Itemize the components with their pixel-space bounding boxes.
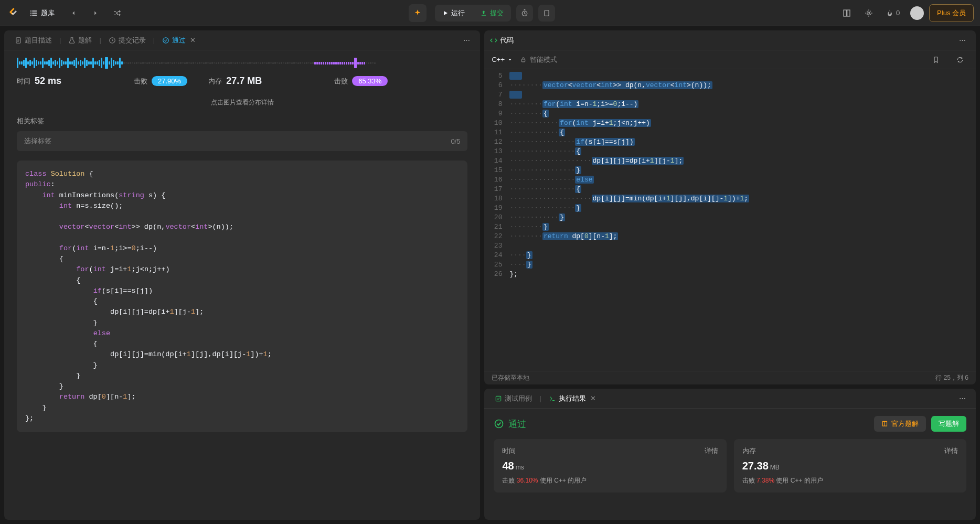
svg-rect-8	[521, 59, 525, 62]
result-panel-header: 测试用例 | 执行结果 ✕ ⋯	[484, 389, 976, 409]
bookmark-button[interactable]	[928, 51, 944, 68]
history-icon	[109, 37, 116, 44]
mem-label: 内存	[208, 77, 222, 86]
code-toolbar: C++ 智能模式	[484, 50, 976, 69]
result-panel: 测试用例 | 执行结果 ✕ ⋯ 通过	[484, 389, 976, 520]
check-square-icon	[495, 395, 502, 402]
play-icon	[442, 10, 449, 16]
saved-status: 已存储至本地	[492, 373, 529, 382]
ai-sparkle-button[interactable]	[409, 4, 427, 22]
time-card[interactable]: 时间 详情 48ms 击败 36.10% 使用 C++ 的用户	[494, 439, 726, 493]
shuffle-icon	[113, 9, 122, 17]
cloud-upload-icon	[480, 9, 487, 17]
left-panel-body: 时间 52 ms 击败 27.90% 内存 27.7 MB 击败 65.33% …	[4, 50, 480, 520]
list-icon	[29, 9, 38, 17]
close-icon[interactable]: ✕	[590, 394, 596, 402]
problems-label: 题库	[41, 8, 55, 18]
time-value: 52 ms	[35, 76, 61, 87]
plus-member-button[interactable]: Plus 会员	[929, 4, 974, 22]
time-beat-label: 击败	[134, 77, 147, 86]
submit-button[interactable]: 提交	[473, 5, 511, 22]
problems-nav[interactable]: 题库	[24, 5, 60, 21]
result-panel-menu[interactable]: ⋯	[954, 390, 971, 407]
time-card-value: 48	[502, 460, 514, 472]
language-selector[interactable]: C++	[492, 56, 513, 63]
terminal-icon	[549, 395, 556, 402]
time-beat-pill: 27.90%	[152, 76, 187, 86]
memory-card-value: 27.38	[742, 460, 769, 472]
run-submit-group: 运行 提交	[435, 5, 511, 22]
chevron-down-icon	[507, 57, 513, 62]
tab-description[interactable]: 题目描述	[9, 33, 57, 48]
tab-submissions[interactable]: 提交记录	[103, 33, 151, 48]
time-label: 时间	[17, 77, 30, 86]
svg-rect-2	[844, 10, 846, 16]
submitted-code-block: class Solution { public: int minInsertio…	[17, 161, 467, 432]
memory-card[interactable]: 内存 详情 27.38MB 击败 7.38% 使用 C++ 的用户	[734, 439, 966, 493]
tab-exec-result[interactable]: 执行结果 ✕	[544, 391, 601, 407]
left-panel: 题目描述 | 题解 | 提交记录 | 通过 ✕ ⋯ 时	[4, 30, 480, 520]
sparkle-icon	[413, 9, 422, 17]
mem-beat-label: 击败	[334, 77, 348, 86]
tab-result[interactable]: 通过 ✕	[157, 33, 201, 48]
time-detail-link[interactable]: 详情	[705, 446, 718, 456]
smart-mode-toggle[interactable]: 智能模式	[520, 55, 557, 65]
chevron-right-icon	[92, 9, 99, 17]
layout-button[interactable]	[838, 5, 855, 22]
code-panel: 代码 ⋯ C++ 智能模式 5 6···	[484, 30, 976, 384]
notes-button[interactable]	[538, 5, 555, 22]
next-button[interactable]	[87, 5, 104, 22]
streak-display[interactable]: 0	[882, 9, 903, 17]
check-circle-icon	[162, 37, 169, 44]
memory-detail-link[interactable]: 详情	[944, 446, 958, 456]
check-circle-icon	[494, 419, 504, 429]
svg-point-4	[868, 12, 870, 14]
submission-stats: 时间 52 ms 击败 27.90% 内存 27.7 MB 击败 65.33%	[17, 73, 467, 93]
refresh-icon	[956, 56, 964, 63]
top-bar: 题库 运行 提交 0 Plus 会员	[0, 0, 980, 26]
prev-button[interactable]	[65, 5, 82, 22]
document-icon	[15, 37, 22, 44]
svg-rect-3	[847, 10, 850, 16]
result-body: 通过 官方题解 写题解 时间	[484, 409, 976, 520]
distribution-hint: 点击图片查看分布详情	[17, 93, 467, 116]
code-header-label: 代码	[500, 36, 514, 45]
settings-button[interactable]	[860, 5, 877, 22]
bookmark-icon	[932, 56, 940, 63]
shuffle-button[interactable]	[109, 5, 126, 22]
right-column: 代码 ⋯ C++ 智能模式 5 6···	[484, 30, 976, 520]
leetcode-logo-icon[interactable]	[6, 7, 19, 19]
code-panel-header: 代码 ⋯	[484, 30, 976, 50]
cursor-position: 行 25，列 6	[935, 373, 968, 382]
write-solution-button[interactable]: 写题解	[931, 416, 966, 432]
left-panel-menu[interactable]: ⋯	[458, 32, 475, 49]
svg-point-7	[163, 37, 169, 43]
runtime-histogram[interactable]	[17, 57, 467, 69]
chevron-left-icon	[70, 9, 77, 17]
timer-button[interactable]	[516, 5, 533, 22]
run-label: 运行	[451, 8, 465, 18]
code-editor[interactable]: 5 6········vector<vector<int>> dp(n,vect…	[484, 69, 976, 371]
svg-rect-9	[496, 396, 501, 401]
plus-label: Plus 会员	[937, 9, 966, 17]
svg-rect-1	[545, 10, 549, 16]
pass-status: 通过	[494, 418, 526, 430]
main-split: 题目描述 | 题解 | 提交记录 | 通过 ✕ ⋯ 时	[0, 26, 980, 524]
tag-selector[interactable]: 选择标签 0/5	[17, 131, 467, 151]
code-status-bar: 已存储至本地 行 25，列 6	[484, 371, 976, 384]
reset-button[interactable]	[952, 51, 968, 68]
code-panel-menu[interactable]: ⋯	[954, 32, 971, 49]
mem-beat-pill: 65.33%	[352, 76, 388, 86]
time-card-label: 时间	[502, 446, 516, 456]
avatar[interactable]	[910, 6, 924, 20]
submit-label: 提交	[490, 8, 504, 18]
mem-value: 27.7 MB	[226, 76, 262, 87]
run-button[interactable]: 运行	[435, 5, 472, 22]
tags-section-label: 相关标签	[17, 116, 467, 126]
memory-card-label: 内存	[742, 446, 756, 456]
tab-solution[interactable]: 题解	[63, 33, 97, 48]
close-icon[interactable]: ✕	[190, 36, 196, 44]
tab-testcase[interactable]: 测试用例	[489, 391, 537, 407]
official-solution-button[interactable]: 官方题解	[874, 416, 926, 432]
layout-icon	[843, 9, 851, 17]
